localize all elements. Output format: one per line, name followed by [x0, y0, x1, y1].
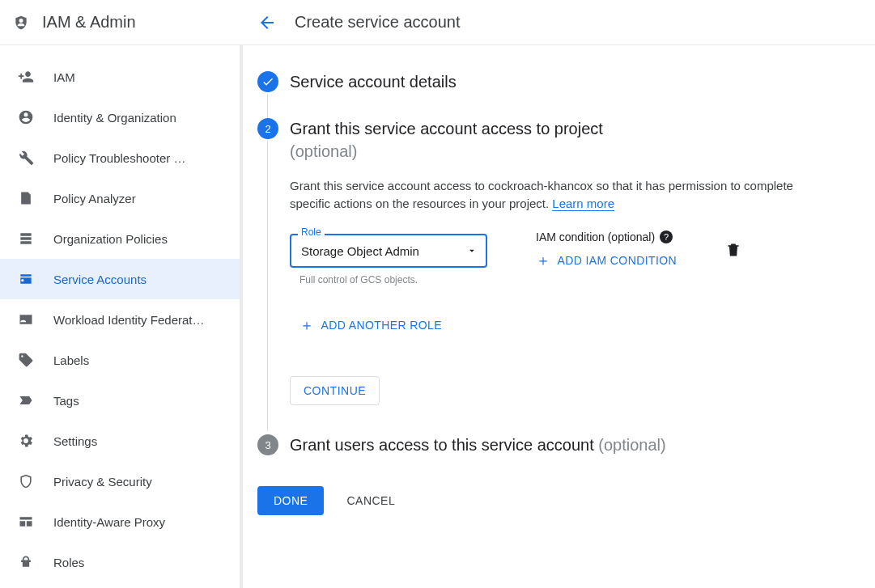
- service-account-icon: [18, 271, 34, 287]
- step-2-optional: (optional): [290, 142, 843, 161]
- plus-icon: ＋: [299, 318, 314, 332]
- step-2-title: Grant this service account access to pro…: [290, 118, 843, 139]
- footer-actions: DONE CANCEL: [243, 486, 875, 515]
- step-1[interactable]: Service account details: [257, 71, 843, 118]
- sidebar-item-label: Identity-Aware Proxy: [53, 515, 165, 529]
- continue-button[interactable]: CONTINUE: [290, 376, 380, 405]
- sidebar-item-label: Settings: [53, 434, 97, 448]
- iam-condition-label: IAM condition (optional) ?: [536, 231, 677, 243]
- help-icon[interactable]: ?: [660, 231, 673, 243]
- sidebar-item-service-accounts[interactable]: Service Accounts: [0, 259, 240, 299]
- sidebar-item-identity-org[interactable]: Identity & Organization: [0, 97, 240, 137]
- step-2: 2 Grant this service account access to p…: [257, 118, 843, 431]
- main-content: Service account details 2 Grant this ser…: [243, 45, 875, 588]
- role-help-text: Full control of GCS objects.: [290, 274, 487, 286]
- sidebar-item-label: Labels: [53, 353, 89, 367]
- plus-icon: ＋: [536, 253, 550, 268]
- svg-point-0: [19, 19, 23, 23]
- sidebar-item-label: Identity & Organization: [53, 111, 176, 125]
- sidebar-item-label: Roles: [53, 556, 84, 569]
- role-field-label: Role: [298, 226, 325, 238]
- step-2-description: Grant this service account access to coc…: [290, 177, 808, 213]
- sidebar-item-label: Tags: [53, 394, 79, 408]
- role-select[interactable]: Storage Object Admin: [290, 234, 487, 268]
- roles-icon: [18, 554, 34, 570]
- sidebar-item-policy-troubleshooter[interactable]: Policy Troubleshooter …: [0, 137, 240, 178]
- list-icon: [18, 231, 34, 247]
- learn-more-link[interactable]: Learn more: [552, 197, 614, 211]
- person-circle-icon: [18, 109, 34, 125]
- cancel-button[interactable]: CANCEL: [346, 494, 395, 507]
- page-title: Create service account: [295, 13, 461, 32]
- gear-icon: [18, 433, 34, 449]
- step-3-title: Grant users access to this service accou…: [290, 434, 843, 455]
- sidebar-item-label: Policy Troubleshooter …: [53, 151, 185, 165]
- add-iam-condition-button[interactable]: ＋ ADD IAM CONDITION: [536, 253, 677, 268]
- dropdown-arrow-icon: [466, 245, 478, 256]
- sidebar-item-iam[interactable]: IAM: [0, 57, 240, 97]
- brand-area: IAM & Admin: [0, 0, 243, 44]
- sidebar-item-label: Service Accounts: [53, 273, 147, 286]
- sidebar-item-label: Policy Analyzer: [53, 192, 136, 205]
- shield-outline-icon: [18, 473, 34, 489]
- sidebar-item-settings[interactable]: Settings: [0, 421, 240, 461]
- sidebar-item-label: Organization Policies: [53, 232, 168, 246]
- step-1-check-icon: [257, 71, 278, 92]
- person-add-icon: [18, 69, 34, 85]
- brand-title: IAM & Admin: [42, 13, 136, 32]
- wrench-icon: [18, 150, 34, 166]
- delete-role-button[interactable]: [725, 242, 741, 258]
- sidebar-item-label: Workload Identity Federat…: [53, 313, 204, 327]
- step-3[interactable]: 3 Grant users access to this service acc…: [257, 434, 843, 475]
- back-arrow-icon[interactable]: [257, 13, 277, 32]
- sidebar-item-roles[interactable]: Roles: [0, 542, 240, 582]
- sidebar-item-label: IAM: [53, 70, 75, 84]
- page-header: Create service account: [243, 0, 875, 44]
- add-another-role-button[interactable]: ＋ ADD ANOTHER ROLE: [299, 318, 808, 332]
- proxy-icon: [18, 514, 34, 530]
- sidebar-item-privacy-security[interactable]: Privacy & Security: [0, 461, 240, 501]
- shield-icon: [13, 15, 29, 31]
- done-button[interactable]: DONE: [257, 486, 324, 515]
- identity-card-icon: [18, 311, 34, 328]
- sidebar-item-label: Privacy & Security: [53, 475, 152, 489]
- label-icon: [18, 352, 34, 368]
- step-1-title: Service account details: [290, 71, 843, 92]
- sidebar: IAM Identity & Organization Policy Troub…: [0, 45, 243, 588]
- sidebar-item-labels[interactable]: Labels: [0, 340, 240, 380]
- sidebar-item-workload-identity[interactable]: Workload Identity Federat…: [0, 299, 240, 340]
- tag-icon: [18, 392, 34, 408]
- sidebar-item-tags[interactable]: Tags: [0, 380, 240, 421]
- step-3-number: 3: [257, 434, 278, 455]
- sidebar-item-org-policies[interactable]: Organization Policies: [0, 218, 240, 259]
- step-2-number: 2: [257, 118, 278, 139]
- analyzer-icon: [18, 190, 34, 206]
- sidebar-item-policy-analyzer[interactable]: Policy Analyzer: [0, 178, 240, 218]
- sidebar-item-iap[interactable]: Identity-Aware Proxy: [0, 501, 240, 542]
- role-select-value: Storage Object Admin: [301, 244, 419, 258]
